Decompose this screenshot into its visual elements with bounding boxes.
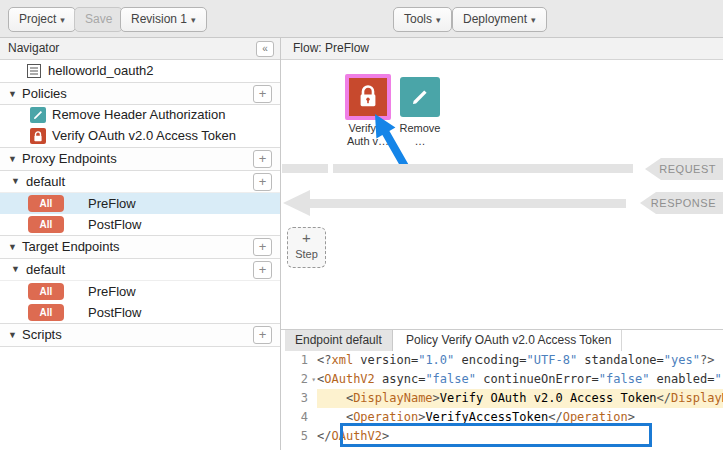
line-number: 1 [281,351,317,370]
pencil-icon [411,88,429,106]
project-menu-button[interactable]: Project▾ [8,7,76,32]
tab-policy-verify-oauth[interactable]: Policy Verify OAuth v2.0 Access Token [396,330,622,351]
add-proxy-endpoint-button[interactable]: + [253,150,272,168]
endpoint-label: default [26,174,65,189]
collapse-sidebar-icon[interactable]: « [256,41,274,57]
sidebar-item-target-preflow[interactable]: All PreFlow [0,281,280,302]
sidebar-item-verify-oauth-policy[interactable]: Verify OAuth v2.0 Access Token [0,126,280,147]
top-toolbar: Project▾ Save Revision 1▾ Tools▾ Deploym… [0,0,723,38]
request-label: REQUEST [659,163,716,175]
section-label: Target Endpoints [22,239,120,254]
lock-icon [358,85,378,109]
flow-label: PostFlow [88,305,141,320]
bundle-label: helloworld_oauth2 [48,63,154,78]
add-flow-button[interactable]: + [253,261,272,279]
add-step-button[interactable]: + Step [287,227,326,268]
sidebar-item-target-postflow[interactable]: All PostFlow [0,302,280,323]
response-arrowhead-icon [283,190,310,216]
sidebar-item-remove-header-policy[interactable]: Remove Header Authorization [0,105,280,126]
sidebar-item-proxy-preflow[interactable]: All PreFlow [0,193,280,214]
add-script-button[interactable]: + [253,326,272,344]
flow-canvas: Verify O Auth v… Remove … REQUEST RESPON… [281,60,723,329]
add-target-endpoint-button[interactable]: + [253,238,272,256]
policy-label: Remove Header Authorization [52,107,225,122]
sidebar-section-proxy-endpoints[interactable]: ▼ Proxy Endpoints + [0,147,280,171]
revision-label: Revision 1 [131,12,187,26]
flow-header: Flow: PreFlow [281,38,723,60]
code-tabs: Endpoint default Policy Verify OAuth v2.… [281,330,723,351]
sidebar-item-proxy-default[interactable]: ▼ default + [0,171,280,193]
fold-icon[interactable]: ▾ [311,370,316,389]
code-line-5: 5</OAuthV2> [281,427,723,446]
tab-label: Endpoint default [295,333,382,347]
sidebar-section-policies[interactable]: ▼ Policies + [0,82,280,105]
chevron-down-icon: ▾ [191,15,196,25]
step-label: Step [288,248,325,261]
plus-icon: + [288,228,325,248]
section-label: Proxy Endpoints [22,151,117,166]
chevron-down-icon: ▾ [60,15,65,25]
all-badge: All [28,216,64,233]
sidebar-item-proxy-postflow[interactable]: All PostFlow [0,214,280,235]
code-panel: Endpoint default Policy Verify OAuth v2.… [281,329,723,450]
line-number: 5 [281,427,317,446]
line-number: 2▾ [281,370,317,389]
xml-code-editor[interactable]: 1<?xml version="1.0" encoding="UTF-8" st… [281,351,723,450]
policy-node-remove-header[interactable] [400,77,440,117]
navigator-header: Navigator « [0,38,280,60]
chevron-down-icon: ▼ [8,236,17,258]
code-line-2: 2▾<OAuthV2 async="false" continueOnError… [281,370,723,389]
endpoint-label: default [26,262,65,277]
deployment-label: Deployment [463,12,527,26]
tab-endpoint-default[interactable]: Endpoint default [285,330,393,351]
navigator-sidebar: Navigator « helloworld_oauth2 ▼ Policies… [0,38,281,450]
response-banner: RESPONSE [640,192,723,214]
request-banner: REQUEST [645,158,723,180]
all-badge: All [28,304,64,321]
chevron-down-icon: ▼ [8,324,17,346]
flow-label: PreFlow [88,284,136,299]
sidebar-item-target-default[interactable]: ▼ default + [0,259,280,281]
chevron-down-icon: ▼ [11,171,20,192]
response-flow-bar [310,199,626,208]
code-line-3-highlighted: 3 <DisplayName>Verify OAuth v2.0 Access … [281,389,723,408]
add-flow-button[interactable]: + [253,173,272,191]
request-flow-bar-segment [282,164,328,173]
sidebar-section-scripts[interactable]: ▼ Scripts + [0,323,280,347]
tools-label: Tools [404,12,432,26]
tab-label: Policy Verify OAuth v2.0 Access Token [406,333,611,347]
navigator-title: Navigator [8,41,59,55]
chevron-down-icon: ▼ [11,259,20,280]
project-menu-label: Project [19,12,56,26]
flow-label: PostFlow [88,217,141,232]
request-flow-bar [333,164,633,173]
line-number: 4 [281,408,317,427]
lock-icon [30,128,46,144]
chevron-down-icon: ▼ [8,148,17,170]
save-button[interactable]: Save [74,7,123,32]
flow-label: PreFlow [88,196,136,211]
sidebar-item-bundle[interactable]: helloworld_oauth2 [0,60,280,82]
section-label: Scripts [22,327,62,342]
all-badge: All [28,283,64,300]
deployment-menu-button[interactable]: Deployment▾ [452,7,547,32]
code-line-1: 1<?xml version="1.0" encoding="UTF-8" st… [281,351,723,370]
list-icon [27,64,41,78]
all-badge: All [28,195,64,212]
add-policy-button[interactable]: + [253,85,272,103]
flow-title: Flow: PreFlow [293,41,369,55]
policy-name-line2: … [415,135,426,147]
sidebar-section-target-endpoints[interactable]: ▼ Target Endpoints + [0,235,280,259]
chevron-down-icon: ▾ [531,15,536,25]
pencil-icon [30,107,46,123]
revision-menu-button[interactable]: Revision 1▾ [120,7,207,32]
response-label: RESPONSE [651,197,716,209]
section-label: Policies [22,86,67,101]
chevron-down-icon: ▾ [436,15,441,25]
policy-label: Verify OAuth v2.0 Access Token [52,128,236,143]
save-label: Save [85,12,112,26]
line-number: 3 [281,389,317,408]
tools-menu-button[interactable]: Tools▾ [393,7,452,32]
code-line-4: 4 <Operation>VerifyAccessToken</Operatio… [281,408,723,427]
chevron-down-icon: ▼ [8,83,17,105]
